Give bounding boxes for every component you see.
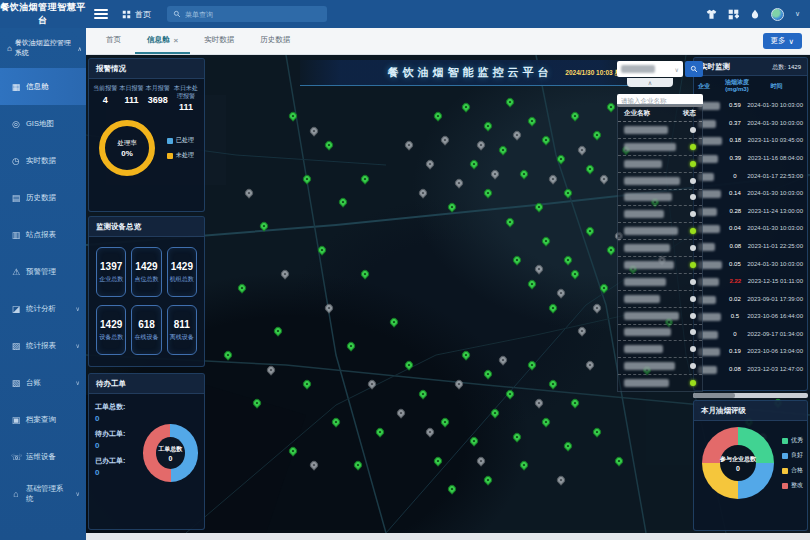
- company-list-item[interactable]: [618, 375, 702, 391]
- sidebar-item-info-cabin[interactable]: ▦信息舱: [0, 68, 86, 105]
- company-list-item[interactable]: [618, 274, 702, 291]
- company-list-item[interactable]: [618, 206, 702, 223]
- sidebar-item-history-data[interactable]: ▤历史数据: [0, 179, 86, 216]
- map-pin-green[interactable]: [461, 101, 472, 112]
- scrollbar-thumb[interactable]: [693, 393, 735, 398]
- map-pin-gray[interactable]: [511, 130, 522, 141]
- map-pin-gray[interactable]: [533, 397, 544, 408]
- map-pin-green[interactable]: [468, 436, 479, 447]
- map-pin-green[interactable]: [388, 316, 399, 327]
- table-row[interactable]: 0.052024-01-30 10:03:00: [694, 255, 807, 273]
- tab-history-data[interactable]: 历史数据: [248, 28, 302, 54]
- sidebar-item-base-system[interactable]: ⌂基础管理系统∨: [0, 475, 86, 512]
- map-pin-green[interactable]: [439, 417, 450, 428]
- map-pin-gray[interactable]: [598, 173, 609, 184]
- table-row[interactable]: 0.592024-01-30 10:03:00: [694, 96, 807, 114]
- sidebar-item-stat-report[interactable]: ▨统计报表∨: [0, 327, 86, 364]
- map-pin-gray[interactable]: [584, 359, 595, 370]
- map-pin-green[interactable]: [461, 350, 472, 361]
- map-pin-green[interactable]: [323, 139, 334, 150]
- map-pin-green[interactable]: [606, 245, 617, 256]
- map-pin-green[interactable]: [302, 378, 313, 389]
- map-pin-gray[interactable]: [265, 364, 276, 375]
- map-pin-green[interactable]: [483, 369, 494, 380]
- map-pin-green[interactable]: [562, 254, 573, 265]
- map-pin-green[interactable]: [287, 111, 298, 122]
- map-pin-green[interactable]: [540, 135, 551, 146]
- map-pin-gray[interactable]: [591, 302, 602, 313]
- map-pin-gray[interactable]: [454, 178, 465, 189]
- map-pin-green[interactable]: [287, 445, 298, 456]
- map-pin-green[interactable]: [359, 268, 370, 279]
- map-pin-green[interactable]: [483, 474, 494, 485]
- company-search-button[interactable]: [685, 61, 703, 77]
- sidebar-item-realtime-data[interactable]: ◷实时数据: [0, 142, 86, 179]
- map-pin-gray[interactable]: [425, 426, 436, 437]
- table-row[interactable]: 02024-01-17 22:53:00: [694, 167, 807, 185]
- company-list-item[interactable]: [618, 139, 702, 156]
- map-pin-gray[interactable]: [309, 460, 320, 471]
- company-list-item[interactable]: [618, 223, 702, 240]
- map-pin-green[interactable]: [258, 221, 269, 232]
- table-row[interactable]: 0.182023-11-10 03:45:00: [694, 132, 807, 150]
- map-pin-green[interactable]: [490, 407, 501, 418]
- map-pin-green[interactable]: [403, 359, 414, 370]
- company-list-item[interactable]: [618, 240, 702, 257]
- map-pin-gray[interactable]: [244, 187, 255, 198]
- company-list-item[interactable]: [618, 190, 702, 207]
- company-list-item[interactable]: [618, 122, 702, 139]
- map-pin-gray[interactable]: [555, 474, 566, 485]
- map-pin-green[interactable]: [504, 388, 515, 399]
- table-row[interactable]: 2.222023-12-15 01:11:00: [694, 272, 807, 290]
- map-pin-green[interactable]: [446, 202, 457, 213]
- company-list-item[interactable]: [618, 341, 702, 358]
- map-pin-green[interactable]: [526, 359, 537, 370]
- company-list-item[interactable]: [618, 325, 702, 342]
- map-pin-green[interactable]: [251, 397, 262, 408]
- map-pin-gray[interactable]: [490, 168, 501, 179]
- map-pin-green[interactable]: [548, 378, 559, 389]
- map-pin-green[interactable]: [432, 455, 443, 466]
- chevron-down-icon[interactable]: ∨: [795, 10, 800, 18]
- hamburger-menu-icon[interactable]: [94, 9, 108, 19]
- tab-home[interactable]: 首页: [94, 28, 133, 54]
- sidebar-item-stat-analysis[interactable]: ◪统计分析∨: [0, 290, 86, 327]
- map-pin-gray[interactable]: [417, 187, 428, 198]
- table-row[interactable]: 0.142024-01-30 10:03:00: [694, 184, 807, 202]
- map-pin-green[interactable]: [526, 115, 537, 126]
- map-pin-green[interactable]: [504, 216, 515, 227]
- horizontal-scrollbar[interactable]: [693, 393, 808, 398]
- map-pin-gray[interactable]: [555, 288, 566, 299]
- table-row[interactable]: 0.392023-11-16 08:04:00: [694, 149, 807, 167]
- map-pin-gray[interactable]: [497, 354, 508, 365]
- map-pin-gray[interactable]: [577, 144, 588, 155]
- close-icon[interactable]: ×: [174, 36, 179, 45]
- map-pin-green[interactable]: [273, 326, 284, 337]
- map-pin-green[interactable]: [584, 163, 595, 174]
- sidebar-item-ledger[interactable]: ▧台账∨: [0, 364, 86, 401]
- map-pin-gray[interactable]: [280, 268, 291, 279]
- more-button[interactable]: 更多 ∨: [763, 33, 803, 49]
- company-list-item[interactable]: [618, 156, 702, 173]
- theme-icon[interactable]: [706, 9, 717, 20]
- table-row[interactable]: 0.022023-09-01 17:39:00: [694, 290, 807, 308]
- map-pin-gray[interactable]: [367, 378, 378, 389]
- map-pin-green[interactable]: [562, 441, 573, 452]
- map-pin-green[interactable]: [359, 173, 370, 184]
- table-row[interactable]: 0.282023-11-24 13:00:00: [694, 202, 807, 220]
- map-pin-green[interactable]: [519, 460, 530, 471]
- map-pin-gray[interactable]: [323, 302, 334, 313]
- sidebar-item-archive-query[interactable]: ▣档案查询: [0, 401, 86, 438]
- company-list-item[interactable]: [618, 291, 702, 308]
- sidebar-item-gis-map[interactable]: ◎GIS地图: [0, 105, 86, 142]
- tab-info-cabin[interactable]: 信息舱×: [135, 28, 190, 54]
- map-pin-gray[interactable]: [439, 135, 450, 146]
- map-pin-gray[interactable]: [533, 264, 544, 275]
- map-pin-green[interactable]: [483, 120, 494, 131]
- map-pin-gray[interactable]: [454, 378, 465, 389]
- map-pin-green[interactable]: [555, 154, 566, 165]
- map-pin-gray[interactable]: [425, 158, 436, 169]
- map-pin-gray[interactable]: [309, 125, 320, 136]
- apps-icon[interactable]: [728, 9, 739, 20]
- table-row[interactable]: 0.372024-01-30 10:03:00: [694, 114, 807, 132]
